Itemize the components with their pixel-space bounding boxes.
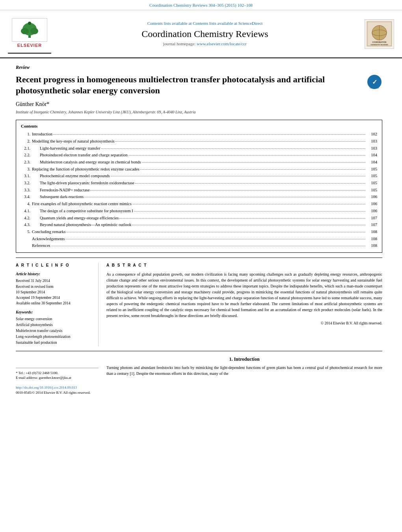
contents-item-text: Light-harvesting and energy transfer bbox=[40, 146, 100, 152]
contents-item: 2.Modelling the key-steps of natural pho… bbox=[21, 138, 377, 145]
footnote-email: E-mail address: guenther.knoer@jku.at bbox=[16, 375, 99, 380]
keyword-item: Sustainable fuel production bbox=[16, 340, 92, 346]
contents-item-text: Ferredoxin-NADP+ reductase bbox=[40, 187, 89, 193]
contents-item-page: 106 bbox=[366, 201, 377, 207]
footnote-doi[interactable]: http://dx.doi.org/10.1016/j.ccr.2014.09.… bbox=[16, 385, 99, 390]
footnote-issn: 0010-8545/© 2014 Elsevier B.V. All right… bbox=[16, 390, 99, 395]
contents-item-page: 105 bbox=[366, 187, 377, 193]
contents-item: 3.1.Photochemical enzyme model compounds… bbox=[21, 173, 377, 180]
contents-item: 4.1.The design of a competitive substitu… bbox=[21, 208, 377, 215]
contents-item: 3.4.Subsequent dark-reactions106 bbox=[21, 194, 377, 201]
sciencedirect-link-text[interactable]: Contents lists available at ScienceDirec… bbox=[193, 21, 262, 26]
article-info-column: A R T I C L E I N F O Article history: R… bbox=[16, 263, 99, 346]
contents-item-page: 103 bbox=[366, 146, 377, 152]
contents-item-text: Multielectron catalysis and energy stora… bbox=[40, 159, 141, 165]
contents-item-page: 108 bbox=[366, 243, 377, 249]
section-divider-2 bbox=[16, 351, 382, 351]
article-info-section-title: A R T I C L E I N F O bbox=[16, 263, 92, 268]
section-divider-1 bbox=[16, 258, 382, 258]
footnote-tel: * Tel.: +43 (0)732 2468 5100. bbox=[16, 371, 99, 376]
keyword-item: Solar energy conversion bbox=[16, 316, 92, 322]
article-history-title: Article history: bbox=[16, 271, 92, 277]
contents-item-page: 104 bbox=[366, 159, 377, 165]
contents-item-page: 102 bbox=[366, 132, 377, 137]
contents-item-num: 4. bbox=[21, 201, 32, 207]
svg-point-5 bbox=[28, 22, 31, 25]
contents-item-page: 106 bbox=[366, 208, 377, 214]
contents-item-text: Quantum yields and energy-storage effici… bbox=[40, 215, 119, 221]
footnote-email-text: E-mail address: guenther.knoer@jku.at bbox=[16, 376, 71, 380]
keyword-item: Long-wavelength photosensitization bbox=[16, 334, 92, 340]
contents-item-page: 105 bbox=[366, 167, 377, 172]
contents-item-page: 106 bbox=[366, 194, 377, 200]
history-line: Available online 30 September 2014 bbox=[16, 300, 92, 306]
contents-item-text: Acknowledgements bbox=[32, 236, 65, 242]
introduction-body: Turning photons and abundant feedstocks … bbox=[106, 365, 382, 376]
contents-item: 2.2.Photoinduced electron transfer and c… bbox=[21, 152, 377, 159]
contents-item-num: 2.2. bbox=[21, 152, 32, 158]
svg-text:CHEMISTRY REVIEWS: CHEMISTRY REVIEWS bbox=[370, 44, 388, 46]
contents-item: 5.Concluding remarks108 bbox=[21, 228, 377, 235]
contents-item-num: 3.3. bbox=[21, 187, 32, 193]
contents-item-num: 3. bbox=[21, 167, 32, 172]
abstract-section-title: A B S T R A C T bbox=[106, 263, 382, 268]
contents-item-num: 4.2. bbox=[21, 215, 32, 221]
contents-item: 3.2.The light-driven plastocyanin: ferre… bbox=[21, 180, 377, 187]
main-content: Review Recent progress in homogeneous mu… bbox=[0, 58, 402, 401]
introduction-heading: 1. Introduction bbox=[106, 356, 382, 363]
intro-footnotes-column: * Tel.: +43 (0)732 2468 5100. E-mail add… bbox=[16, 356, 99, 395]
contents-item-text: References bbox=[32, 243, 50, 249]
history-line: Received in revised form bbox=[16, 284, 92, 289]
contents-item-page: 107 bbox=[366, 222, 377, 228]
contents-item-text: Replacing the function of photosynthetic… bbox=[32, 167, 140, 172]
contents-item: 3.3.Ferredoxin-NADP+ reductase105 bbox=[21, 187, 377, 194]
journal-header: ELSEVIER Contents lists available at Con… bbox=[0, 10, 402, 58]
contents-item: 4.First examples of full photosynthetic … bbox=[21, 201, 377, 208]
contents-item-num: 3.2. bbox=[21, 180, 32, 186]
elsevier-logo-image bbox=[12, 18, 47, 42]
title-area: Recent progress in homogeneous multielec… bbox=[16, 74, 382, 96]
abstract-column: A B S T R A C T As a consequence of glob… bbox=[106, 263, 382, 346]
contents-item-text: First examples of full photosynthetic re… bbox=[32, 201, 132, 207]
svg-point-3 bbox=[21, 28, 29, 34]
contents-item-text: The design of a competitive substitute f… bbox=[40, 208, 133, 214]
keywords-list: Solar energy conversionArtificial photos… bbox=[16, 316, 92, 346]
contents-item-num: 3.4. bbox=[21, 194, 32, 200]
contents-item-page: 105 bbox=[366, 180, 377, 186]
crossmark-logo: ✓ CrossMark bbox=[367, 74, 382, 90]
contents-item: Acknowledgements108 bbox=[21, 235, 377, 243]
sciencedirect-label: Contents lists available at Contents lis… bbox=[51, 20, 359, 26]
introduction-section: * Tel.: +43 (0)732 2468 5100. E-mail add… bbox=[16, 356, 382, 395]
journal-logo-right: COORDINATION CHEMISTRY REVIEWS bbox=[359, 19, 394, 49]
history-line: Received 31 July 2014 bbox=[16, 278, 92, 284]
contents-item-num: 4.1. bbox=[21, 208, 32, 214]
contents-box: Contents 1.Introduction1022.Modelling th… bbox=[16, 120, 382, 253]
author-affiliation: Institute of Inorganic Chemistry, Johann… bbox=[16, 109, 382, 115]
contents-item: 2.1.Light-harvesting and energy transfer… bbox=[21, 145, 377, 152]
article-info-abstract-section: A R T I C L E I N F O Article history: R… bbox=[16, 263, 382, 346]
contents-item-page: 105 bbox=[366, 173, 377, 179]
contents-item-page: 103 bbox=[366, 139, 377, 145]
svg-point-4 bbox=[30, 28, 38, 34]
author-name: Günther Knör* bbox=[16, 100, 382, 108]
contents-list: 1.Introduction1022.Modelling the key-ste… bbox=[21, 131, 377, 250]
journal-title: Coordination Chemistry Reviews bbox=[51, 28, 359, 40]
keyword-item: Artificial photosynthesis bbox=[16, 322, 92, 328]
contents-item-num: 5. bbox=[21, 229, 32, 235]
contents-item: 3.Replacing the function of photosynthet… bbox=[21, 166, 377, 173]
contents-item-text: Subsequent dark-reactions bbox=[40, 194, 84, 200]
article-history-dates: Received 31 July 2014Received in revised… bbox=[16, 278, 92, 306]
journal-reference-text: Coordination Chemistry Reviews 304–305 (… bbox=[149, 3, 253, 7]
homepage-url[interactable]: www.elsevier.com/locate/ccr bbox=[197, 41, 247, 46]
contents-item: 4.3.Beyond natural photosynthesis—An opt… bbox=[21, 222, 377, 229]
article-title: Recent progress in homogeneous multielec… bbox=[16, 74, 361, 96]
contents-item: References108 bbox=[21, 243, 377, 250]
contents-item-text: Photoinduced electron transfer and charg… bbox=[40, 152, 128, 158]
contents-item-num: 2.3. bbox=[21, 159, 32, 165]
introduction-text: Turning photons and abundant feedstocks … bbox=[106, 365, 382, 376]
contents-item-text: Introduction bbox=[32, 132, 52, 137]
contents-item-page: 108 bbox=[366, 236, 377, 242]
contents-item-text: Modelling the key-steps of natural photo… bbox=[32, 139, 115, 145]
copyright-line: © 2014 Elsevier B.V. All rights reserved… bbox=[106, 321, 382, 326]
contents-item-num: 4.3. bbox=[21, 222, 32, 228]
